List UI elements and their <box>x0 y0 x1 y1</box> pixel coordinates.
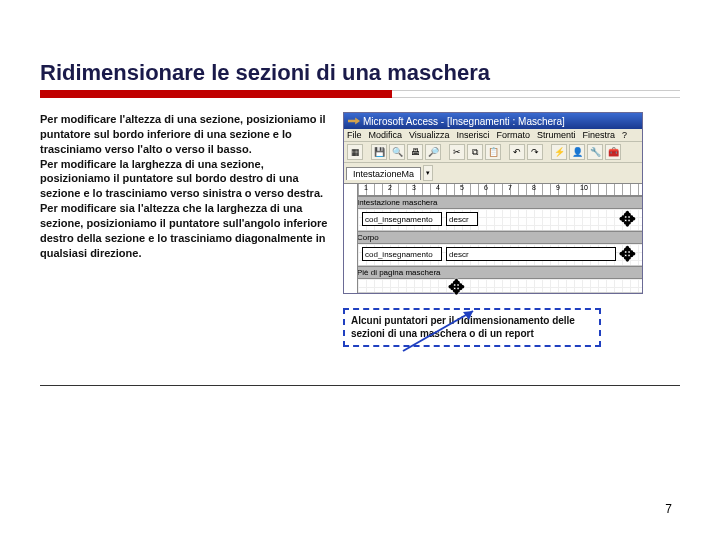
print-icon[interactable]: 🖶 <box>407 144 423 160</box>
label-descr[interactable]: descr <box>446 212 478 226</box>
copy-icon[interactable]: ⧉ <box>467 144 483 160</box>
object-tab-row: IntestazioneMa ▾ <box>344 163 642 183</box>
window-titlebar: Microsoft Access - [Insegnamenti : Masch… <box>344 113 642 129</box>
wrench-icon[interactable]: 🔧 <box>587 144 603 160</box>
tab-dropdown-icon[interactable]: ▾ <box>423 165 433 181</box>
footer-rule <box>40 385 680 386</box>
toolbar: ▦ 💾 🔍 🖶 🔎 ✂ ⧉ 📋 ↶ ↷ ⚡ 👤 🔧 <box>344 142 642 163</box>
menu-file[interactable]: File <box>347 130 362 140</box>
resize-cursor-icon: ✥ <box>619 207 636 231</box>
title-rule <box>40 90 680 98</box>
access-key-icon <box>348 115 360 127</box>
body-text: Per modificare l'altezza di una sezione,… <box>40 112 335 347</box>
menu-finestra[interactable]: Finestra <box>582 130 615 140</box>
field-descr[interactable]: descr <box>446 247 616 261</box>
label-cod-insegnamento[interactable]: cod_insegnamento <box>362 212 442 226</box>
section-body-label: Corpo <box>357 233 379 242</box>
footer-grid[interactable]: ✥ <box>358 279 642 293</box>
section-body[interactable]: ◄ Corpo <box>344 231 642 244</box>
people-icon[interactable]: 👤 <box>569 144 585 160</box>
menubar[interactable]: File Modifica Visualizza Inserisci Forma… <box>344 129 642 142</box>
window-title-text: Microsoft Access - [Insegnamenti : Masch… <box>363 116 565 127</box>
ruler-mark: 1 <box>364 184 368 191</box>
field-cod-insegnamento[interactable]: cod_insegnamento <box>362 247 442 261</box>
redo-icon[interactable]: ↷ <box>527 144 543 160</box>
paste-icon[interactable]: 📋 <box>485 144 501 160</box>
ruler-mark: 4 <box>436 184 440 191</box>
section-footer[interactable]: ◄ Piè di pagina maschera <box>344 266 642 279</box>
cut-icon[interactable]: ✂ <box>449 144 465 160</box>
form-tab[interactable]: IntestazioneMa <box>346 167 421 180</box>
menu-inserisci[interactable]: Inserisci <box>456 130 489 140</box>
ruler-mark: 10 <box>580 184 588 191</box>
toolbox-icon[interactable]: 🧰 <box>605 144 621 160</box>
design-area: 1 2 3 4 5 6 7 8 9 10 ◄ Intestazione masc… <box>344 183 642 293</box>
section-header-label: Intestazione maschera <box>357 198 438 207</box>
resize-cursor-icon: ✥ <box>448 275 465 299</box>
ruler-mark: 8 <box>532 184 536 191</box>
undo-icon[interactable]: ↶ <box>509 144 525 160</box>
vertical-ruler <box>344 184 358 293</box>
ruler-mark: 7 <box>508 184 512 191</box>
menu-strumenti[interactable]: Strumenti <box>537 130 576 140</box>
page-number: 7 <box>665 502 672 516</box>
ruler-mark: 6 <box>484 184 488 191</box>
horizontal-ruler: 1 2 3 4 5 6 7 8 9 10 <box>358 184 642 196</box>
menu-modifica[interactable]: Modifica <box>369 130 403 140</box>
section-footer-label: Piè di pagina maschera <box>357 268 441 277</box>
menu-help[interactable]: ? <box>622 130 627 140</box>
ruler-mark: 9 <box>556 184 560 191</box>
slide-title: Ridimensionare le sezioni di una mascher… <box>40 60 680 86</box>
save-icon[interactable]: 💾 <box>371 144 387 160</box>
preview-icon[interactable]: 🔎 <box>425 144 441 160</box>
section-header[interactable]: ◄ Intestazione maschera <box>344 196 642 209</box>
access-window: Microsoft Access - [Insegnamenti : Masch… <box>343 112 643 294</box>
lightning-icon[interactable]: ⚡ <box>551 144 567 160</box>
view-icon[interactable]: ▦ <box>347 144 363 160</box>
menu-visualizza[interactable]: Visualizza <box>409 130 449 140</box>
ruler-mark: 3 <box>412 184 416 191</box>
ruler-mark: 5 <box>460 184 464 191</box>
menu-formato[interactable]: Formato <box>496 130 530 140</box>
search-icon[interactable]: 🔍 <box>389 144 405 160</box>
header-grid[interactable]: cod_insegnamento descr ✥ <box>358 209 642 231</box>
body-grid[interactable]: cod_insegnamento descr ✥ <box>358 244 642 266</box>
ruler-mark: 2 <box>388 184 392 191</box>
caption-box: Alcuni puntatori per il ridimensionament… <box>343 308 601 347</box>
resize-cursor-icon: ✥ <box>619 242 636 266</box>
